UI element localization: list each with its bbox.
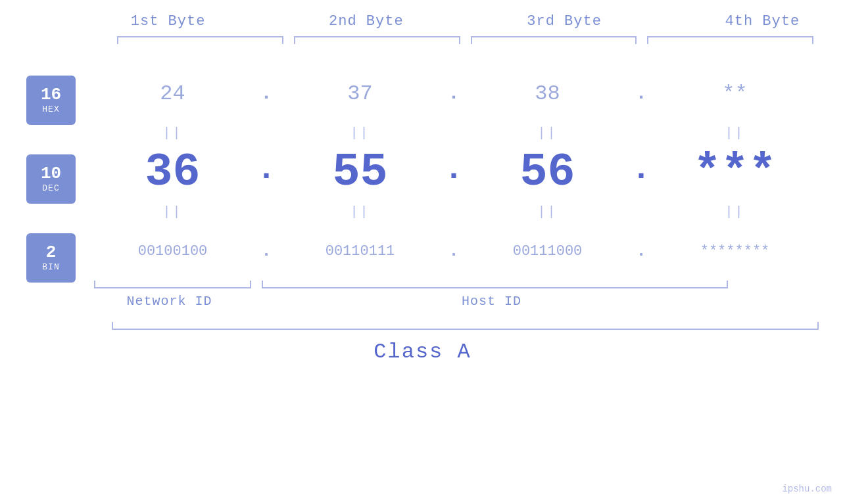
network-id-label: Network ID [89,294,250,309]
base-row-dec: 10 DEC [26,149,76,208]
bracket-host [262,281,728,288]
sep-cell-1: || [89,126,256,141]
sep-cell-3: || [464,126,631,141]
hex-b4: ** [651,81,819,106]
top-brackets [112,36,819,44]
bin-row: 00100100 . 00110111 . 00111000 . *******… [89,221,819,281]
bin-b2: 00110111 [276,243,444,260]
sep2-cell-4: || [651,204,819,219]
dot-hex-1: . [256,82,276,104]
dot-hex-3: . [631,82,651,104]
hex-b1: 24 [89,81,256,106]
dec-label: DEC [42,183,59,193]
bin-b4: ******** [651,243,819,260]
rows-container: 24 . 37 . 38 . ** || || || || 36 [89,64,819,322]
sep2 [26,208,76,228]
dec-number: 10 [41,164,61,183]
bin-label: BIN [42,262,59,272]
bracket-byte4 [647,36,813,44]
hex-row: 24 . 37 . 38 . ** [89,64,819,123]
sep-cell-4: || [651,126,819,141]
main-container: 1st Byte 2nd Byte 3rd Byte 4th Byte 16 H… [0,0,845,504]
dec-b4: *** [651,147,819,198]
bracket-byte2 [294,36,460,44]
bottom-labels: Network ID Host ID [89,294,733,309]
base-row-hex: 16 HEX [26,70,76,129]
dec-b2: 55 [276,147,444,198]
byte-headers: 1st Byte 2nd Byte 3rd Byte 4th Byte [69,13,845,30]
dot-hex-2: . [444,82,464,104]
dot-bin-2: . [444,241,464,261]
sep2-cell-3: || [464,204,631,219]
sep1 [26,129,76,149]
dec-b1: 36 [89,147,256,198]
base-labels: 16 HEX 10 DEC 2 BIN [26,64,76,287]
dec-row: 36 . 55 . 56 . *** [89,143,819,202]
bracket-byte1 [117,36,283,44]
bracket-byte3 [471,36,637,44]
bin-badge: 2 BIN [26,233,76,283]
dot-dec-3: . [631,150,651,195]
class-label: Class A [26,340,819,364]
base-row-bin: 2 BIN [26,228,76,287]
hex-b2: 37 [276,81,444,106]
dot-dec-1: . [256,150,276,195]
bin-b1: 00100100 [89,243,256,260]
byte3-header: 3rd Byte [466,13,664,30]
watermark: ipshu.com [782,484,832,494]
byte2-header: 2nd Byte [267,13,465,30]
byte1-header: 1st Byte [69,13,267,30]
hex-b3: 38 [464,81,631,106]
byte4-header: 4th Byte [664,13,845,30]
overall-bracket [112,322,819,330]
dec-badge: 10 DEC [26,154,76,204]
bottom-brackets [89,281,733,288]
hex-number: 16 [41,85,61,104]
dec-b3: 56 [464,147,631,198]
bin-number: 2 [46,243,57,262]
content-area: 16 HEX 10 DEC 2 BIN [26,64,819,322]
hex-badge: 16 HEX [26,76,76,125]
dot-dec-2: . [444,150,464,195]
hex-label: HEX [42,104,59,114]
separator-1: || || || || [89,123,819,143]
separator-2: || || || || [89,202,819,221]
sep2-cell-1: || [89,204,256,219]
bracket-network [94,281,251,288]
dot-bin-3: . [631,241,651,261]
host-id-label: Host ID [250,294,733,309]
sep-cell-2: || [276,126,444,141]
bin-b3: 00111000 [464,243,631,260]
sep2-cell-2: || [276,204,444,219]
dot-bin-1: . [256,241,276,261]
